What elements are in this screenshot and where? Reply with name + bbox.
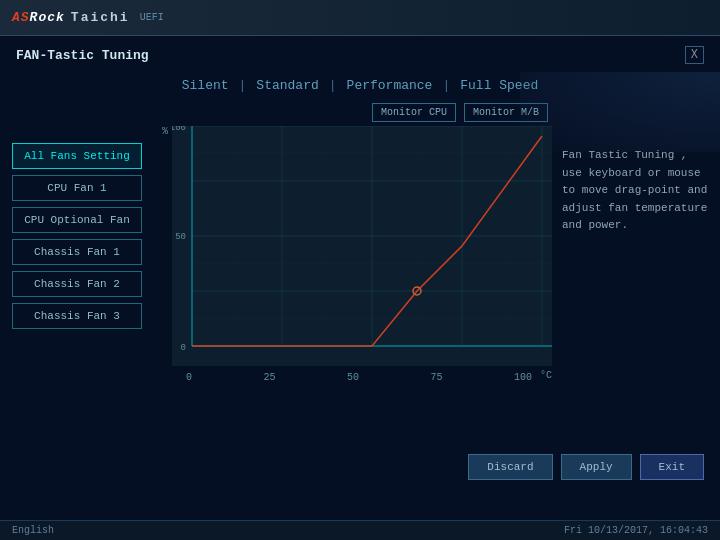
status-datetime: Fri 10/13/2017, 16:04:43 — [564, 525, 708, 536]
x-axis-labels: 0 25 50 75 100 — [186, 370, 536, 383]
fan-btn-chassis3[interactable]: Chassis Fan 3 — [12, 303, 142, 329]
header: ASRock Taichi UEFI — [0, 0, 720, 36]
fan-btn-all[interactable]: All Fans Setting — [12, 143, 142, 169]
fan-btn-cpu-optional[interactable]: CPU Optional Fan — [12, 207, 142, 233]
monitor-cpu-button[interactable]: Monitor CPU — [372, 103, 456, 122]
preset-performance[interactable]: Performance — [337, 76, 443, 95]
main-window: FAN-Tastic Tuning X Silent | Standard | … — [0, 36, 720, 520]
monitor-buttons: Monitor CPU Monitor M/B — [162, 103, 552, 122]
logo: ASRock Taichi UEFI — [12, 10, 164, 25]
brand-uefi: UEFI — [140, 12, 164, 23]
exit-button[interactable]: Exit — [640, 454, 704, 480]
preset-silent[interactable]: Silent — [172, 76, 239, 95]
svg-text:100: 100 — [172, 126, 186, 133]
preset-standard[interactable]: Standard — [246, 76, 328, 95]
preset-fullspeed[interactable]: Full Speed — [450, 76, 548, 95]
svg-rect-0 — [172, 126, 552, 366]
status-language: English — [12, 525, 54, 536]
x-label-0: 0 — [186, 372, 192, 383]
description-text: Fan Tastic Tuning , use keyboard or mous… — [562, 147, 712, 235]
brand-taichi: Taichi — [71, 10, 130, 25]
fan-btn-chassis2[interactable]: Chassis Fan 2 — [12, 271, 142, 297]
description-panel: Fan Tastic Tuning , use keyboard or mous… — [562, 103, 712, 383]
action-buttons: Discard Apply Exit — [468, 454, 704, 480]
discard-button[interactable]: Discard — [468, 454, 552, 480]
preset-tabs: Silent | Standard | Performance | Full S… — [0, 70, 720, 103]
fan-sidebar: All Fans Setting CPU Fan 1 CPU Optional … — [12, 103, 152, 383]
fan-chart[interactable]: 100 50 0 — [172, 126, 552, 366]
x-label-25: 25 — [263, 372, 275, 383]
fan-btn-cpu1[interactable]: CPU Fan 1 — [12, 175, 142, 201]
svg-text:0: 0 — [181, 343, 186, 353]
chart-svg: 100 50 0 — [172, 126, 552, 366]
x-axis: 0 25 50 75 100 °C — [162, 370, 552, 383]
monitor-mb-button[interactable]: Monitor M/B — [464, 103, 548, 122]
fan-btn-chassis1[interactable]: Chassis Fan 1 — [12, 239, 142, 265]
svg-text:50: 50 — [175, 232, 186, 242]
x-label-75: 75 — [430, 372, 442, 383]
main-content: All Fans Setting CPU Fan 1 CPU Optional … — [0, 103, 720, 383]
chart-wrapper: Monitor CPU Monitor M/B % — [162, 103, 552, 383]
window-title: FAN-Tastic Tuning — [16, 48, 149, 63]
x-label-100: 100 — [514, 372, 532, 383]
close-button[interactable]: X — [685, 46, 704, 64]
x-label-50: 50 — [347, 372, 359, 383]
y-unit-label: % — [162, 126, 168, 137]
title-bar: FAN-Tastic Tuning X — [0, 36, 720, 70]
x-unit-label: °C — [540, 370, 552, 381]
brand-asrock: ASRock — [12, 10, 65, 25]
apply-button[interactable]: Apply — [561, 454, 632, 480]
status-bar: English Fri 10/13/2017, 16:04:43 — [0, 520, 720, 540]
